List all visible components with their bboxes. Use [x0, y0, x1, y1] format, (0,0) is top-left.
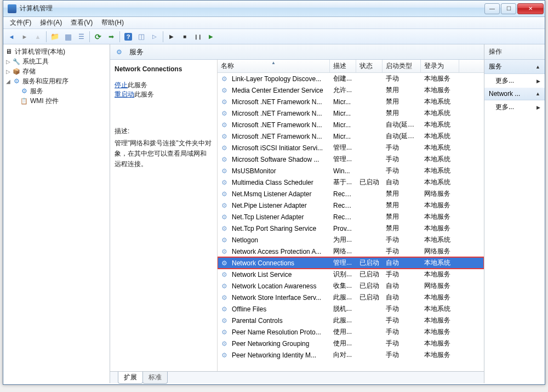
service-row[interactable]: Net.Msmq Listener AdapterRece...禁用网络服务	[218, 188, 484, 200]
up-button[interactable]	[32, 31, 44, 43]
service-row[interactable]: Net.Tcp Port Sharing ServiceProv...禁用本地服…	[218, 223, 484, 234]
start-service-button[interactable]	[165, 31, 178, 43]
menu-view[interactable]: 查看(V)	[66, 17, 97, 29]
service-logon: 本地服务	[421, 293, 459, 302]
pause-service-button[interactable]	[192, 31, 204, 43]
service-icon	[220, 167, 229, 175]
maximize-button[interactable]: ☐	[501, 3, 516, 14]
action-more-1[interactable]: 更多...▶	[484, 74, 545, 88]
service-startup: 手动	[383, 350, 421, 360]
export-button[interactable]	[105, 31, 117, 43]
menu-action[interactable]: 操作(A)	[36, 17, 66, 29]
forward-button[interactable]	[19, 31, 31, 43]
chevron-right-icon: ▶	[536, 78, 540, 84]
service-startup: 自动(延迟...	[383, 132, 421, 141]
service-startup: 禁用	[383, 224, 421, 233]
tab-standard[interactable]: 标准	[142, 372, 168, 384]
service-startup: 手动	[383, 339, 421, 348]
col-status[interactable]: 状态	[356, 60, 383, 72]
properties-button[interactable]	[62, 31, 74, 43]
col-startup[interactable]: 启动类型	[383, 60, 421, 72]
col-name[interactable]: 名称▲	[218, 60, 330, 72]
service-icon	[220, 236, 229, 245]
service-startup: 禁用	[383, 109, 421, 118]
tree-wmi[interactable]: WMI 控件	[4, 96, 109, 106]
tree-system-tools[interactable]: ▷ 系统工具	[4, 56, 109, 66]
service-name: Net.Msmq Listener Adapter	[229, 190, 330, 198]
menu-help[interactable]: 帮助(H)	[97, 17, 128, 29]
service-icon	[220, 190, 229, 198]
service-row[interactable]: Network List Service识别...已启动手动本地服务	[218, 269, 484, 280]
app-icon	[8, 4, 16, 13]
service-startup: 手动	[383, 247, 421, 256]
restart-link[interactable]: 重启动	[115, 90, 134, 98]
menu-file[interactable]: 文件(F)	[5, 17, 36, 29]
tree-services[interactable]: 服务	[4, 86, 109, 96]
columns-button[interactable]	[135, 31, 147, 43]
service-startup: 禁用	[383, 97, 421, 106]
tab-extended[interactable]: 扩展	[118, 372, 143, 384]
collapse-icon[interactable]: ◢	[4, 78, 12, 84]
service-row[interactable]: Microsoft iSCSI Initiator Servi...管理...手…	[218, 142, 484, 154]
smallplay-button[interactable]	[149, 31, 161, 43]
service-row[interactable]: Net.Pipe Listener AdapterRece...禁用本地服务	[218, 200, 484, 211]
service-row[interactable]: Peer Networking Identity M...向对...手动本地服务	[218, 349, 484, 361]
list-body[interactable]: Link-Layer Topology Discove...创建...手动本地服…	[218, 73, 484, 371]
service-row[interactable]: Network Location Awareness收集...已启动自动网络服务	[218, 280, 484, 292]
close-button[interactable]: ✕	[517, 3, 544, 14]
service-row[interactable]: Media Center Extender Service允许...禁用本地服务	[218, 84, 484, 96]
service-row[interactable]: Network Access Protection A...网络...手动网络服…	[218, 246, 484, 257]
service-startup: 手动	[383, 304, 421, 314]
refresh-button[interactable]	[92, 31, 104, 43]
view-list-button[interactable]	[75, 31, 87, 43]
service-name: Parental Controls	[229, 317, 330, 325]
service-row[interactable]: Offline Files脱机...手动本地系统	[218, 303, 484, 315]
tree-pane[interactable]: 计算机管理(本地) ▷ 系统工具 ▷ 存储 ◢ 服务和应用程序 服务	[3, 44, 110, 383]
service-row[interactable]: Peer Networking Grouping使用...手动本地服务	[218, 338, 484, 349]
service-row[interactable]: Microsoft Software Shadow ...管理...手动本地系统	[218, 154, 484, 165]
expand-icon[interactable]: ▷	[4, 69, 12, 75]
service-row[interactable]: Multimedia Class Scheduler基于...已启动自动本地系统	[218, 177, 484, 188]
tree-root[interactable]: 计算机管理(本地)	[4, 47, 109, 56]
expand-icon[interactable]: ▷	[4, 59, 12, 65]
service-row[interactable]: Link-Layer Topology Discove...创建...手动本地服…	[218, 73, 484, 84]
app-window: 计算机管理 — ☐ ✕ 文件(F) 操作(A) 查看(V) 帮助(H)	[3, 0, 545, 385]
service-row[interactable]: Microsoft .NET Framework N...Micr...禁用本地…	[218, 96, 484, 107]
service-row[interactable]: MsUSBMonitorWin...手动本地系统	[218, 165, 484, 177]
service-row[interactable]: Netlogon为用...手动本地系统	[218, 234, 484, 246]
service-startup: 禁用	[383, 189, 421, 198]
service-desc: Rece...	[330, 190, 356, 198]
description-label: 描述:	[115, 127, 213, 136]
show-hide-tree-button[interactable]	[49, 31, 61, 43]
service-row[interactable]: Peer Name Resolution Proto...使用...手动本地服务	[218, 326, 484, 338]
col-logon[interactable]: 登录为	[421, 60, 459, 72]
service-icon	[220, 132, 229, 141]
service-row[interactable]: Microsoft .NET Framework N...Micr...禁用本地…	[218, 107, 484, 119]
titlebar[interactable]: 计算机管理 — ☐ ✕	[3, 1, 545, 17]
service-icon	[220, 270, 229, 279]
service-desc: 此服...	[330, 316, 356, 325]
tree-storage[interactable]: ▷ 存储	[4, 66, 109, 76]
service-row[interactable]: Microsoft .NET Framework N...Micr...自动(延…	[218, 130, 484, 142]
col-desc[interactable]: 描述	[330, 60, 356, 72]
tree-services-apps[interactable]: ◢ 服务和应用程序	[4, 76, 109, 86]
minimize-button[interactable]: —	[484, 3, 500, 14]
action-group-network[interactable]: Network ...▲	[484, 88, 545, 100]
service-name: Offline Files	[229, 305, 330, 313]
chevron-right-icon: ▶	[536, 105, 540, 110]
service-row[interactable]: Parental Controls此服...手动本地服务	[218, 315, 484, 326]
stop-link[interactable]: 停止	[115, 81, 128, 89]
service-logon: 网络服务	[421, 189, 459, 198]
service-row[interactable]: Network Connections管理...已启动自动本地系统	[218, 257, 484, 269]
service-row[interactable]: Net.Tcp Listener AdapterRece...禁用本地服务	[218, 211, 484, 223]
service-row[interactable]: Network Store Interface Serv...此服...已启动自…	[218, 292, 484, 303]
stop-service-button[interactable]	[179, 31, 191, 43]
action-group-services[interactable]: 服务▲	[484, 60, 545, 74]
service-name: Net.Pipe Listener Adapter	[229, 202, 330, 209]
help-button[interactable]	[122, 31, 134, 43]
service-logon: 本地系统	[421, 304, 459, 314]
action-more-2[interactable]: 更多...▶	[484, 100, 545, 114]
service-row[interactable]: Microsoft .NET Framework N...Micr...自动(延…	[218, 119, 484, 130]
restart-service-button[interactable]	[205, 31, 217, 43]
back-button[interactable]	[5, 31, 18, 43]
